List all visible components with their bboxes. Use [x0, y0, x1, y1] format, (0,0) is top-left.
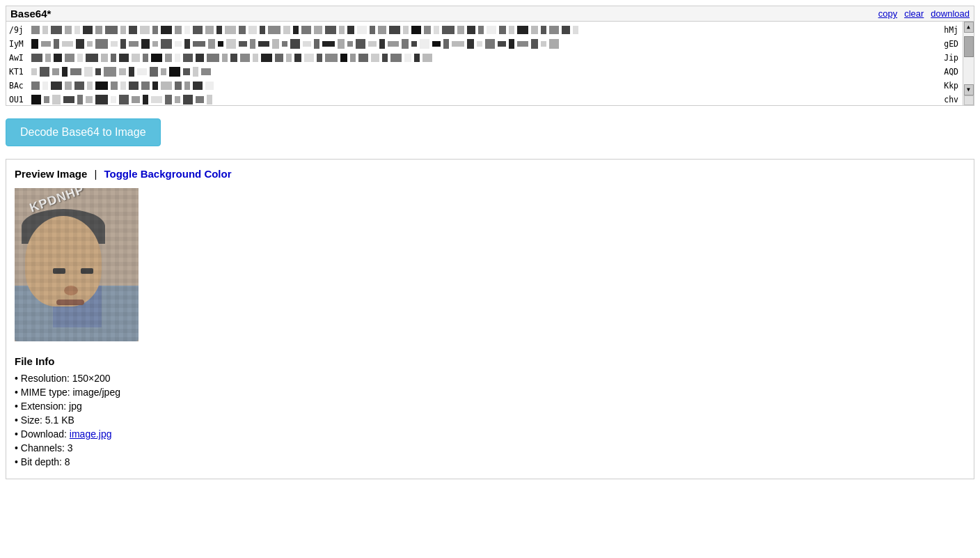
- svg-rect-117: [222, 54, 228, 62]
- svg-rect-25: [301, 26, 311, 34]
- svg-rect-30: [357, 26, 367, 34]
- svg-rect-127: [325, 54, 338, 62]
- svg-rect-105: [86, 54, 98, 62]
- svg-rect-180: [132, 96, 140, 103]
- svg-rect-141: [70, 68, 81, 75]
- scroll-down-btn[interactable]: ▼: [964, 84, 974, 95]
- svg-rect-118: [230, 54, 237, 62]
- toggle-background-color-link[interactable]: Toggle Background Color: [104, 168, 231, 180]
- svg-rect-101: [45, 54, 51, 62]
- svg-rect-58: [111, 41, 118, 47]
- svg-rect-93: [485, 39, 495, 49]
- svg-rect-107: [111, 54, 116, 62]
- svg-rect-17: [216, 26, 222, 34]
- svg-rect-89: [443, 39, 449, 49]
- svg-rect-5: [83, 26, 93, 34]
- svg-rect-31: [370, 26, 375, 34]
- clear-link[interactable]: clear: [904, 8, 924, 19]
- base64-section: Base64* copy clear download /9j: [6, 6, 974, 106]
- svg-rect-137: [31, 68, 37, 75]
- svg-rect-168: [184, 82, 190, 90]
- svg-rect-177: [95, 95, 108, 104]
- scroll-up-btn[interactable]: ▲: [964, 22, 974, 33]
- svg-rect-111: [151, 54, 162, 62]
- svg-rect-186: [196, 96, 204, 103]
- svg-rect-61: [141, 39, 150, 49]
- scroll-corner: [964, 95, 974, 105]
- row-prefix-1: /9j: [9, 23, 31, 37]
- row-suffix-1: hMj: [944, 23, 958, 37]
- svg-rect-139: [52, 68, 59, 75]
- svg-rect-53: [54, 39, 59, 49]
- svg-rect-80: [347, 41, 353, 47]
- svg-rect-18: [225, 26, 236, 34]
- svg-rect-14: [184, 26, 190, 34]
- svg-rect-132: [382, 54, 388, 62]
- base64-row-6: OU1 chv: [9, 93, 971, 105]
- svg-rect-178: [111, 96, 116, 103]
- row-prefix-2: IyM: [9, 37, 31, 51]
- svg-rect-110: [143, 54, 148, 62]
- svg-rect-147: [137, 68, 147, 75]
- svg-rect-172: [44, 96, 49, 103]
- svg-rect-103: [65, 54, 74, 62]
- svg-rect-157: [65, 82, 72, 90]
- svg-rect-164: [141, 82, 150, 90]
- svg-rect-67: [208, 39, 215, 49]
- svg-rect-7: [105, 26, 118, 34]
- svg-rect-151: [183, 68, 190, 75]
- svg-rect-15: [193, 26, 203, 34]
- svg-rect-173: [52, 95, 61, 104]
- svg-rect-92: [477, 41, 482, 47]
- svg-rect-22: [268, 26, 280, 34]
- svg-rect-83: [379, 39, 385, 49]
- svg-rect-138: [40, 67, 49, 77]
- svg-rect-170: [205, 82, 214, 90]
- svg-rect-62: [152, 41, 158, 47]
- svg-rect-121: [261, 54, 272, 62]
- svg-rect-27: [325, 26, 336, 34]
- file-info-bitdepth: Bit depth: 8: [15, 456, 965, 467]
- image-download-link[interactable]: image.jpg: [70, 428, 112, 440]
- svg-rect-136: [422, 54, 432, 62]
- svg-rect-64: [175, 41, 182, 47]
- svg-rect-59: [120, 39, 126, 49]
- svg-rect-21: [260, 26, 265, 34]
- header-actions: copy clear download: [878, 8, 970, 19]
- file-info-extension: Extension: jpg: [15, 401, 965, 412]
- svg-rect-10: [140, 26, 150, 34]
- preview-section: Preview Image | Toggle Background Color …: [6, 159, 974, 479]
- svg-rect-184: [175, 96, 180, 103]
- svg-rect-60: [129, 41, 139, 47]
- svg-rect-162: [120, 82, 126, 90]
- svg-rect-115: [196, 54, 204, 62]
- scroll-thumb[interactable]: [964, 36, 974, 57]
- svg-rect-4: [74, 26, 80, 34]
- svg-rect-148: [150, 67, 158, 77]
- svg-rect-126: [317, 54, 322, 62]
- svg-rect-38: [442, 26, 455, 34]
- file-info-size: Size: 5.1 KB: [15, 414, 965, 426]
- svg-rect-70: [239, 41, 247, 47]
- download-link[interactable]: download: [931, 8, 970, 19]
- svg-rect-46: [531, 26, 538, 34]
- svg-rect-85: [402, 39, 409, 49]
- svg-rect-113: [175, 54, 180, 62]
- svg-rect-52: [41, 41, 51, 47]
- svg-rect-176: [86, 96, 93, 103]
- svg-rect-81: [356, 39, 365, 49]
- svg-rect-71: [250, 39, 255, 49]
- file-info-download: Download: image.jpg: [15, 428, 965, 440]
- decode-button[interactable]: Decode Base64 to Image: [6, 118, 161, 146]
- base64-row-3: AwI Jip: [9, 51, 971, 65]
- svg-rect-42: [487, 26, 496, 34]
- copy-link[interactable]: copy: [878, 8, 897, 19]
- svg-rect-54: [62, 41, 73, 47]
- svg-rect-88: [432, 41, 441, 47]
- scrollbar[interactable]: ▲ ▼: [963, 22, 974, 105]
- base64-display-area[interactable]: /9j: [6, 22, 974, 105]
- svg-rect-155: [42, 82, 48, 90]
- svg-rect-68: [218, 41, 223, 47]
- svg-rect-100: [31, 54, 42, 62]
- svg-rect-23: [283, 26, 290, 34]
